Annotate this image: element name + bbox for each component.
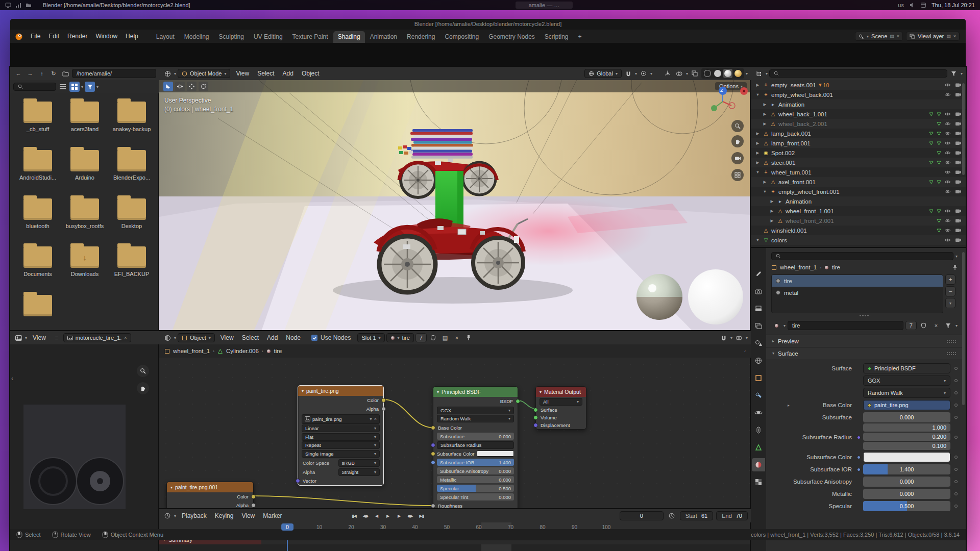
unlink-icon[interactable]: × [374,416,377,421]
node-image-texture[interactable]: ▾paint_tire.pngColorAlphapaint_tire.png▾… [298,385,384,486]
shading-material-icon[interactable] [723,69,732,78]
socket[interactable] [516,399,520,404]
overlays-icon[interactable] [674,68,684,79]
prev-frame-button[interactable]: ◀ [372,511,382,520]
outliner-row-colors[interactable]: ▼▽colors [751,235,966,245]
panel-grip[interactable] [946,339,957,343]
socket[interactable] [296,479,300,483]
image-view-menu[interactable]: View [29,333,50,343]
prop-surface[interactable]: Principled BSDF [863,363,950,373]
hide-eye-icon[interactable] [943,189,952,194]
transform-orientation-dropdown[interactable]: Global▾ [584,69,622,78]
up-button[interactable]: ↑ [37,68,47,79]
path-field[interactable]: /home/amalie/ [72,69,156,78]
files-icon[interactable] [26,2,32,8]
socket[interactable] [381,407,386,411]
snap-magnet-icon[interactable] [623,68,633,79]
tab-rendering[interactable]: Rendering [402,31,439,43]
keyframe-decorator[interactable] [954,505,958,508]
slot-selector[interactable]: Slot 1▾ [357,333,384,342]
timeline-menu-marker[interactable]: Marker [259,511,286,521]
outliner-row-winshield-001[interactable]: △winshield.001 [751,226,966,235]
sidebar-toggle-icon[interactable]: ≡ [52,333,62,343]
prop-subsurface-color[interactable] [863,452,950,462]
expand-arrow[interactable]: ▶ [755,83,761,87]
outliner-row-empty-wheel-front-001[interactable]: ▼+empty_wheel_front.001 [751,187,966,196]
panel-grip[interactable] [946,352,957,356]
unlink-material-icon[interactable]: × [931,320,941,331]
tool-move-icon[interactable] [187,82,197,91]
breadcrumb-object[interactable]: wheel_front_1 [173,348,210,354]
outliner-search-input[interactable] [769,69,947,78]
properties-scrollbar[interactable] [962,252,965,405]
material-users-count[interactable]: 7 [415,333,427,342]
shading-rendered-icon[interactable] [733,69,743,78]
editor-type-icon[interactable] [162,333,173,343]
hide-eye-icon[interactable] [943,141,952,145]
viewport-menu-view[interactable]: View [232,68,253,79]
viewport-menu-select[interactable]: Select [253,68,278,79]
jump-start-button[interactable]: ▮◀ [349,511,359,520]
timeline-menu-keying[interactable]: Keying [211,511,238,521]
tool-rotate-icon[interactable] [199,82,208,91]
socket[interactable] [251,503,256,508]
outliner-row-empty-seats-001[interactable]: ▶+empty_seats.00110 [751,80,966,90]
properties-search-input[interactable] [771,252,953,260]
zoom-button[interactable] [731,120,744,132]
taskbar-window-title[interactable]: Blender [/home/amalie/Desktop/blender/mo… [43,2,190,8]
folder-bluetooth[interactable]: bluetooth [14,198,61,236]
tab-shading[interactable]: Shading [333,31,365,43]
node-header[interactable]: ▾Principled BSDF [433,387,518,397]
node-select-srgb[interactable]: sRGB▾ [338,459,380,467]
expand-arrow[interactable]: ▼ [755,92,761,97]
expand-arrow[interactable]: ▼ [762,189,768,194]
expand-arrow[interactable]: ▶ [769,209,775,213]
expand-arrow[interactable]: ▶ [762,180,768,184]
outliner-row-lamp-back-001[interactable]: ▶△lamp_back.001 [751,129,966,138]
jump-end-button[interactable]: ▶▮ [416,511,427,520]
camera-visibility-icon[interactable] [954,238,963,242]
camera-view-button[interactable] [731,152,744,164]
outliner-row-spot-002[interactable]: ▶◉Spot.002 [751,148,966,158]
region-expand-arrow[interactable]: ‹ [11,375,13,382]
editor-type-icon[interactable] [754,68,764,79]
prop-base-color[interactable]: paint_tire.png [863,400,950,410]
folder-efi-backup[interactable]: EFI_BACKUP [108,246,155,284]
hide-eye-icon[interactable] [943,131,952,136]
taskbar-center-window[interactable]: amalie — … [516,2,573,9]
camera-visibility-icon[interactable] [954,228,963,233]
image-canvas[interactable]: ‹ [10,344,159,551]
folder-acers3fand[interactable]: acers3fand [61,102,108,139]
keyframe-decorator[interactable] [954,416,958,419]
expand-arrow[interactable]: ▶ [755,160,761,165]
outliner-row-axel-front-001[interactable]: ▶△axel_front.001 [751,177,966,187]
expand-arrow[interactable]: ▸ [788,403,790,408]
add-slot-button[interactable]: + [945,274,955,285]
add-workspace-button[interactable]: + [574,31,586,43]
socket[interactable] [431,443,435,447]
camera-visibility-icon[interactable] [954,112,963,116]
hide-eye-icon[interactable] [943,121,952,126]
display-icon[interactable] [5,2,11,8]
expand-arrow[interactable]: ▼ [755,238,761,242]
interaction-mode-dropdown[interactable]: Object Mode▾ [178,69,230,78]
next-frame-button[interactable]: ▶ [394,511,404,520]
axis-x-dot[interactable]: × [740,87,748,95]
camera-visibility-icon[interactable] [954,170,963,174]
breadcrumb-mesh[interactable]: Cylinder.006 [226,348,259,354]
node-canvas[interactable]: ▾paint_tire.pngColorAlphapaint_tire.png▾… [159,358,751,509]
hide-eye-icon[interactable] [943,160,952,165]
preview-panel-header[interactable]: ▸Preview [766,335,963,347]
folder-downloads[interactable]: ↓Downloads [61,246,108,284]
zoom-button[interactable] [137,365,149,377]
remove-slot-button[interactable]: − [945,286,955,296]
scene-selector[interactable]: ▾ Scene ▤ × [855,32,903,41]
expand-arrow[interactable]: ▶ [769,218,775,223]
node-header[interactable]: ▾Material Output [536,387,586,397]
expand-arrow[interactable]: ▶ [769,199,775,204]
folder-arduino[interactable]: Arduino [61,150,108,187]
shader-menu-node[interactable]: Node [282,333,305,343]
toggle-grid-button[interactable] [731,169,744,181]
shader-menu-add[interactable]: Add [263,333,282,343]
clock[interactable]: Thu, 18 Jul 20:21 [932,2,975,8]
